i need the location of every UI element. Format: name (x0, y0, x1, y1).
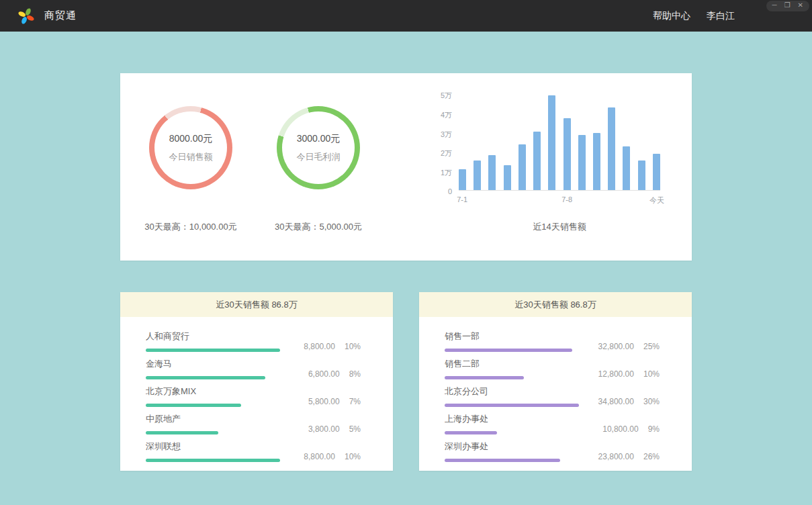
customer-rank-list: 人和商贸行8,800.0010%金海马6,800.008%北京万象MIX5,80… (120, 317, 393, 462)
y-axis-tick: 5万 (441, 91, 452, 101)
sales-bar-chart: 5万4万3万2万1万0 7-17-8今天 近14天销售额 (432, 73, 660, 261)
rank-row-name: 销售一部 (445, 330, 579, 342)
today-profit-block: 3000.00元 今日毛利润 30天最高：5,000.00元 (255, 73, 382, 261)
rank-row-bar (445, 376, 524, 379)
help-center-link[interactable]: 帮助中心 (653, 10, 690, 22)
rank-row-amount: 8,800.00 (304, 342, 335, 351)
maximize-button[interactable]: ❐ (784, 1, 791, 9)
today-profit-value: 3000.00元 (297, 133, 341, 145)
rank-row-amount: 3,800.00 (308, 424, 340, 434)
titlebar-nav: 帮助中心 李白江 (653, 10, 735, 22)
rank-row-name: 人和商贸行 (146, 330, 280, 342)
y-axis-tick: 4万 (441, 110, 452, 120)
minimize-button[interactable]: ─ (772, 1, 777, 9)
rank-row: 金海马6,800.008% (146, 358, 361, 379)
rank-row: 销售二部12,800.0010% (445, 358, 660, 379)
rank-row-name: 中原地产 (146, 413, 280, 425)
rank-row: 深圳办事处23,800.0026% (445, 441, 660, 462)
rank-row-amount: 5,800.00 (308, 397, 340, 406)
rank-row-name: 深圳办事处 (445, 441, 579, 453)
rank-row: 北京分公司34,800.0030% (445, 385, 660, 407)
today-profit-donut: 3000.00元 今日毛利润 (277, 106, 360, 189)
daily-sales-bar (473, 160, 481, 190)
daily-sales-bar (578, 135, 586, 190)
rank-row-name: 销售二部 (445, 358, 579, 370)
rank-row-name: 深圳联想 (146, 441, 280, 453)
rank-row-percent: 26% (643, 452, 660, 461)
rank-row-bar (445, 459, 560, 462)
y-axis-tick: 2万 (441, 148, 452, 158)
daily-sales-bar (504, 165, 511, 190)
rank-row-percent: 10% (345, 342, 361, 351)
titlebar: 商贸通 帮助中心 李白江 ─ ❐ ✕ (0, 0, 812, 32)
daily-sales-bar (623, 146, 630, 190)
rank-row-bar (146, 349, 280, 352)
x-axis-tick: 7-1 (457, 195, 467, 203)
daily-sales-bar (488, 155, 496, 190)
y-axis-tick: 3万 (441, 130, 452, 140)
rank-row-bar (445, 431, 497, 434)
rank-row-percent: 8% (349, 369, 361, 379)
rank-row-amount: 32,800.00 (598, 342, 634, 351)
user-name-link[interactable]: 李白江 (707, 10, 735, 22)
rank-row-percent: 25% (643, 342, 660, 351)
daily-sales-bar (563, 118, 571, 190)
department-rank-list: 销售一部32,800.0025%销售二部12,800.0010%北京分公司34,… (419, 317, 692, 462)
rank-row-bar (146, 404, 241, 407)
y-axis-tick: 0 (448, 187, 452, 195)
rank-row-name: 北京分公司 (445, 385, 579, 398)
x-axis-tick: 7-8 (561, 195, 572, 203)
rank-row: 中原地产3,800.005% (146, 413, 361, 434)
y-axis-tick: 1万 (441, 168, 452, 178)
rank-row-bar (445, 404, 579, 407)
today-sales-value: 8000.00元 (169, 133, 213, 145)
today-profit-label: 今日毛利润 (297, 151, 341, 163)
bar-chart-caption: 近14天销售额 (459, 221, 660, 233)
rank-row-percent: 5% (349, 424, 361, 434)
rank-row-percent: 10% (345, 452, 361, 461)
today-sales-donut: 8000.00元 今日销售额 (149, 106, 232, 189)
today-sales-label: 今日销售额 (169, 151, 213, 163)
customer-rank-title: 近30天销售额 86.8万 (120, 292, 393, 317)
bar-chart-y-axis: 5万4万3万2万1万0 (432, 91, 452, 195)
rank-row-amount: 12,800.00 (598, 369, 634, 379)
x-axis-tick: 今天 (649, 195, 664, 205)
app-logo-pinwheel-icon (17, 7, 35, 25)
today-profit-30d-max: 30天最高：5,000.00元 (275, 221, 362, 233)
rank-row-amount: 23,800.00 (598, 452, 634, 461)
daily-sales-bar (533, 132, 541, 190)
rank-row: 北京万象MIX5,800.007% (146, 385, 361, 407)
daily-sales-bar (518, 144, 526, 190)
app-title: 商贸通 (44, 9, 77, 22)
rank-row: 人和商贸行8,800.0010% (146, 330, 361, 352)
bar-chart-x-axis: 7-17-8今天 (459, 195, 660, 206)
rank-row-name: 北京万象MIX (146, 385, 280, 398)
daily-sales-bar (653, 154, 660, 190)
daily-sales-bar (548, 95, 555, 190)
rank-row-amount: 6,800.00 (308, 369, 340, 379)
rank-row-bar (146, 376, 265, 379)
rank-row-percent: 9% (648, 424, 660, 434)
rank-row-bar (146, 459, 280, 462)
today-sales-block: 8000.00元 今日销售额 30天最高：10,000.00元 (127, 73, 255, 261)
rank-row-amount: 34,800.00 (598, 397, 634, 406)
rank-row: 深圳联想8,800.0010% (146, 441, 361, 462)
bar-chart-bars (459, 95, 660, 191)
window-controls: ─ ❐ ✕ (766, 1, 809, 11)
today-profit-donut-center: 3000.00元 今日毛利润 (282, 111, 355, 184)
rank-row-amount: 10,800.00 (602, 424, 638, 434)
department-sales-rank-card: 近30天销售额 86.8万 销售一部32,800.0025%销售二部12,800… (419, 292, 692, 471)
rank-row-name: 上海办事处 (445, 413, 579, 425)
rank-row-bar (146, 431, 218, 434)
daily-sales-bar (593, 133, 600, 190)
close-button[interactable]: ✕ (798, 1, 803, 9)
department-rank-title: 近30天销售额 86.8万 (419, 292, 692, 317)
rank-row-amount: 8,800.00 (304, 452, 335, 461)
rank-row-percent: 30% (643, 397, 660, 406)
rank-row-percent: 7% (349, 397, 361, 406)
overview-card: 8000.00元 今日销售额 30天最高：10,000.00元 3000.00元… (120, 73, 692, 261)
rank-row-name: 金海马 (146, 358, 280, 370)
daily-sales-bar (459, 169, 466, 190)
rank-row-percent: 10% (643, 369, 660, 379)
rank-row: 上海办事处10,800.009% (445, 413, 660, 434)
